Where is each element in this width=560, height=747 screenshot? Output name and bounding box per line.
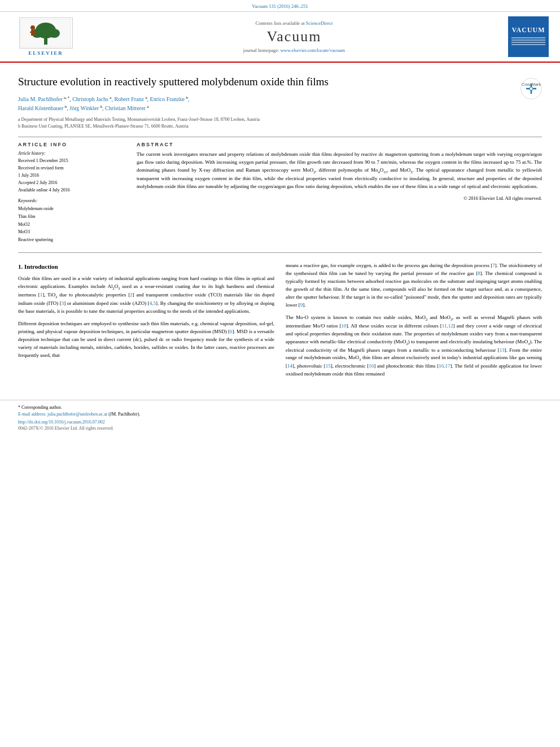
title-section: CrossMark Structure evolution in reactiv… xyxy=(18,75,542,89)
footer: * Corresponding author. E-mail address: … xyxy=(0,400,560,434)
right-column: means a reactive gas, for example oxygen… xyxy=(286,262,542,383)
keywords-list: Molybdenum oxide Thin film MoO2 MoO3 Rea… xyxy=(18,205,125,243)
publisher-logo: ELSEVIER xyxy=(9,16,82,57)
intro-para2: Different deposition techniques are empl… xyxy=(18,320,274,360)
journal-cover: VACUUM xyxy=(506,16,551,57)
keywords-label: Keywords: xyxy=(18,198,125,203)
journal-banner: ELSEVIER Contents lists available at Sci… xyxy=(0,12,560,63)
author-name: Christoph Jachs a xyxy=(72,96,111,102)
affiliation-a: a Department of Physical Metallurgy and … xyxy=(18,116,542,123)
svg-point-5 xyxy=(30,25,35,30)
article-dates: Received 1 December 2015 Received in rev… xyxy=(18,158,125,194)
intro-para1: Oxide thin films are used in a wide vari… xyxy=(18,275,274,316)
svg-rect-7 xyxy=(30,32,33,33)
journal-center: Contents lists available at ScienceDirec… xyxy=(88,16,500,57)
article-info-heading: ARTICLE INFO xyxy=(18,142,125,147)
corresponding-note: * Corresponding author. xyxy=(18,405,542,410)
affiliations: a Department of Physical Metallurgy and … xyxy=(18,116,542,130)
intro-para4: The Mo-O system is known to contain two … xyxy=(286,314,542,378)
sciencedirect-link: Contents lists available at ScienceDirec… xyxy=(256,20,333,26)
abstract-heading: ABSTRACT xyxy=(137,142,542,147)
author-name: Christian Mitterer a xyxy=(105,105,149,111)
author-name: Julia M. Pachlhofer a, * xyxy=(18,96,69,102)
elsevier-tree-image xyxy=(19,18,73,49)
author-name: Robert Franz a xyxy=(114,96,147,102)
issn-text: 0042-207X/© 2016 Elsevier Ltd. All right… xyxy=(18,426,542,431)
svg-point-4 xyxy=(49,29,60,38)
article-history-label: Article history: xyxy=(18,151,125,156)
doi-text: Vacuum 131 (2016) 246–251 xyxy=(252,3,308,9)
crossmark-logo: CrossMark xyxy=(520,78,542,99)
email-address[interactable]: julia.pachlhofer@unileoben.ac.at xyxy=(47,412,107,417)
svg-point-18 xyxy=(530,87,533,90)
article-title: Structure evolution in reactively sputte… xyxy=(18,75,402,89)
section-divider xyxy=(18,137,542,137)
copyright: © 2016 Elsevier Ltd. All rights reserved… xyxy=(137,195,542,201)
authors: Julia M. Pachlhofer a, *, Christoph Jach… xyxy=(18,95,542,113)
elsevier-logo: ELSEVIER xyxy=(19,18,73,56)
doi-link[interactable]: http://dx.doi.org/10.1016/j.vacuum.2016.… xyxy=(18,420,542,425)
author-name: Enrico Franzke b xyxy=(150,96,188,102)
intro-heading: 1. Introduction xyxy=(18,262,274,272)
left-column: 1. Introduction Oxide thin films are use… xyxy=(18,262,274,383)
article-info: ARTICLE INFO Article history: Received 1… xyxy=(18,142,125,243)
sciencedirect-text[interactable]: ScienceDirect xyxy=(306,20,333,26)
author-name: Harald Köstenbauer b xyxy=(18,105,67,111)
journal-homepage: journal homepage: www.elsevier.com/locat… xyxy=(243,47,345,53)
email-line: E-mail address: julia.pachlhofer@unileob… xyxy=(18,412,542,417)
author-name: Jörg Winkler b xyxy=(69,105,102,111)
body-columns: 1. Introduction Oxide thin films are use… xyxy=(18,262,542,383)
vacuum-brand-box: VACUUM xyxy=(508,16,549,57)
affiliation-b: b Business Unit Coating, PLANSEE SE, Met… xyxy=(18,123,542,130)
homepage-url[interactable]: www.elsevier.com/locate/vacuum xyxy=(280,47,345,53)
intro-para3: means a reactive gas, for example oxygen… xyxy=(286,262,542,309)
info-abstract-section: ARTICLE INFO Article history: Received 1… xyxy=(18,142,542,243)
doi-header: Vacuum 131 (2016) 246–251 xyxy=(0,0,560,12)
svg-rect-8 xyxy=(34,32,37,33)
body-divider xyxy=(18,252,542,253)
abstract-section: ABSTRACT The current work investigates s… xyxy=(137,142,542,243)
abstract-text: The current work investigates structure … xyxy=(137,151,542,191)
elsevier-wordmark: ELSEVIER xyxy=(28,50,63,56)
journal-title: Vacuum xyxy=(266,28,321,45)
vacuum-decoration xyxy=(511,36,545,47)
article-content: CrossMark Structure evolution in reactiv… xyxy=(0,63,560,394)
